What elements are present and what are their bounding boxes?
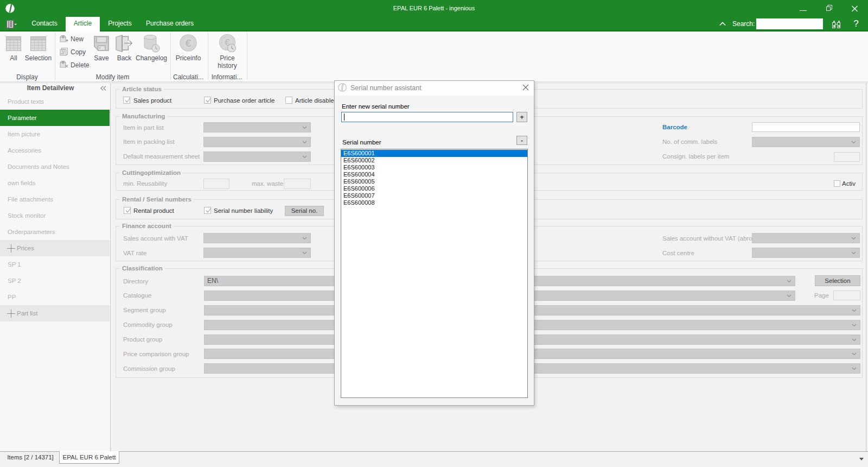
svg-text:€: € bbox=[186, 37, 192, 49]
